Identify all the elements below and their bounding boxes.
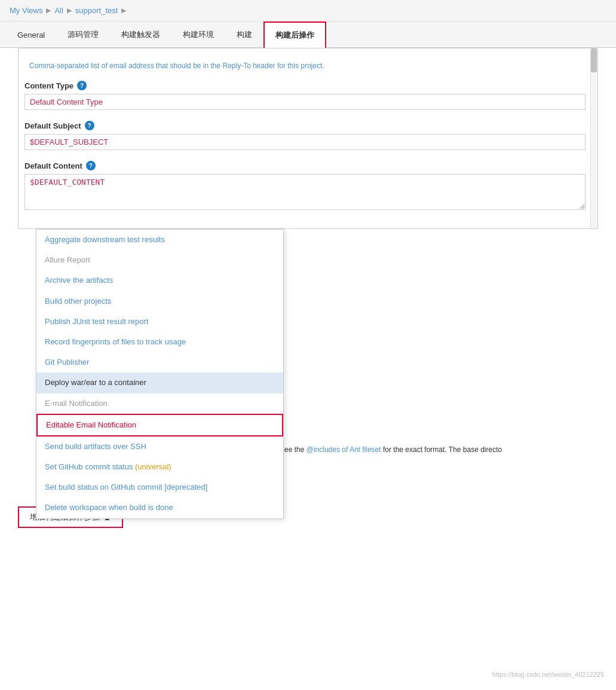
dropdown-item-deploy-war[interactable]: Deploy war/ear to a container	[36, 373, 283, 393]
breadcrumb: My Views ▶ All ▶ support_test ▶	[0, 0, 616, 22]
breadcrumb-sep-1: ▶	[46, 7, 51, 14]
breadcrumb-sep-2: ▶	[67, 7, 72, 14]
dropdown-item-email-notification: E-mail Notification	[36, 393, 283, 414]
after-dropdown-text: See the @includes of Ant fileset for the…	[275, 438, 598, 461]
content-type-group: Content Type ?	[24, 81, 586, 110]
ant-fileset-link[interactable]: @includes of Ant fileset	[307, 445, 381, 454]
dropdown-item-git-publisher[interactable]: Git Publisher	[36, 352, 283, 373]
dropdown-item-set-build-status[interactable]: Set build status on GitHub commit [depre…	[36, 477, 283, 497]
scrollbar-thumb[interactable]	[591, 48, 597, 72]
dropdown-item-aggregate[interactable]: Aggregate downstream test results	[36, 230, 283, 250]
dropdown-item-archive[interactable]: Archive the artifacts	[36, 270, 283, 291]
content-type-label-text: Content Type	[24, 81, 73, 90]
tab-post-build[interactable]: 构建后操作	[263, 22, 326, 48]
content-type-help-icon[interactable]: ?	[77, 81, 87, 90]
default-subject-group: Default Subject ?	[24, 121, 586, 150]
tab-build-env[interactable]: 构建环境	[171, 22, 225, 47]
watermark: https://blog.csdn.net/weixin_40212225	[492, 671, 604, 678]
default-content-group: Default Content ? $DEFAULT_CONTENT	[24, 161, 586, 212]
dropdown-item-send-ssh[interactable]: Send build artifacts over SSH	[36, 436, 283, 457]
dropdown-item-record-fingerprints[interactable]: Record fingerprints of files to track us…	[36, 332, 283, 352]
default-subject-label-text: Default Subject	[24, 121, 81, 130]
email-hint: Comma-separated list of email address th…	[24, 54, 586, 81]
dropdown-section: Aggregate downstream test results Allure…	[18, 229, 598, 528]
default-content-label: Default Content ?	[24, 161, 586, 170]
default-content-label-text: Default Content	[24, 161, 82, 170]
default-subject-input[interactable]	[24, 134, 586, 150]
breadcrumb-all[interactable]: All	[54, 6, 63, 15]
default-subject-label: Default Subject ?	[24, 121, 586, 130]
default-subject-help-icon[interactable]: ?	[85, 121, 94, 130]
scrollbar[interactable]	[590, 48, 597, 228]
tab-source-management[interactable]: 源码管理	[56, 22, 110, 47]
breadcrumb-support-test[interactable]: support_test	[75, 6, 118, 15]
dropdown-item-build-other[interactable]: Build other projects	[36, 291, 283, 312]
dropdown-item-set-github-status[interactable]: Set GitHub commit status (universal)	[36, 457, 283, 477]
content-type-input[interactable]	[24, 94, 586, 110]
dropdown-item-publish-junit[interactable]: Publish JUnit test result report	[36, 312, 283, 332]
dropdown-menu: Aggregate downstream test results Allure…	[36, 229, 284, 519]
default-content-help-icon[interactable]: ?	[86, 161, 96, 170]
dropdown-item-editable-email[interactable]: Editable Email Notification	[36, 414, 283, 436]
tab-build[interactable]: 构建	[225, 22, 263, 47]
dropdown-item-allure: Allure Report	[36, 250, 283, 270]
main-content: Comma-separated list of email address th…	[0, 48, 616, 540]
form-container: Comma-separated list of email address th…	[18, 48, 598, 229]
tab-build-triggers[interactable]: 构建触发器	[110, 22, 171, 47]
breadcrumb-sep-3: ▶	[121, 7, 126, 14]
breadcrumb-my-views[interactable]: My Views	[10, 6, 42, 15]
right-content: See the @includes of Ant fileset for the…	[275, 229, 598, 461]
content-type-label: Content Type ?	[24, 81, 586, 90]
tab-general[interactable]: General	[6, 23, 56, 47]
tabs-bar: General 源码管理 构建触发器 构建环境 构建 构建后操作	[0, 22, 616, 48]
default-content-textarea[interactable]: $DEFAULT_CONTENT	[24, 174, 586, 210]
dropdown-item-delete-workspace[interactable]: Delete workspace when build is done	[36, 497, 283, 518]
